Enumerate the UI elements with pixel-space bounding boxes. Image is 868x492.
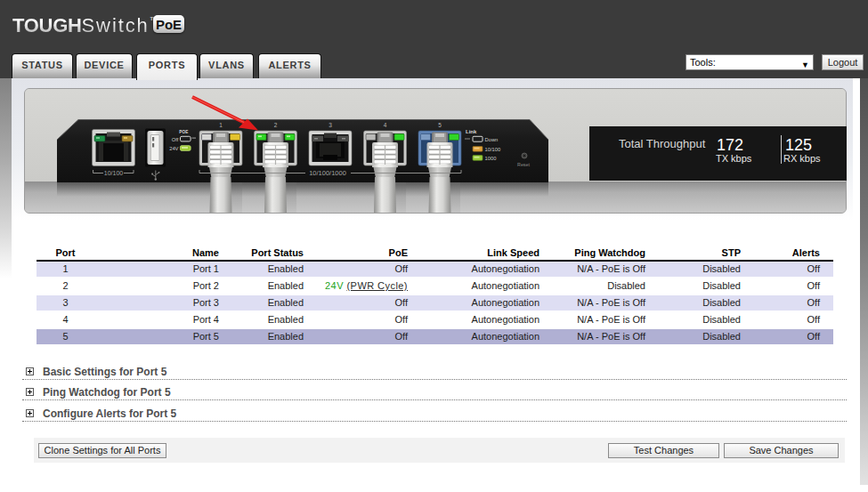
svg-text:2: 2 <box>274 122 278 128</box>
svg-text:5: 5 <box>438 122 442 128</box>
svg-text:10/100: 10/100 <box>104 170 124 176</box>
svg-text:POE: POE <box>179 129 188 134</box>
svg-text:Link: Link <box>466 129 477 134</box>
svg-text:10/100/1000: 10/100/1000 <box>309 169 346 177</box>
svg-text:3: 3 <box>329 122 332 128</box>
svg-text:Down: Down <box>485 137 499 142</box>
svg-text:24V: 24V <box>169 146 178 151</box>
svg-text:10/100: 10/100 <box>485 147 501 152</box>
svg-text:Reset: Reset <box>517 162 530 167</box>
svg-text:Off: Off <box>172 137 179 142</box>
svg-text:1000: 1000 <box>485 156 497 161</box>
svg-text:4: 4 <box>384 122 387 128</box>
svg-text:1: 1 <box>219 122 223 128</box>
